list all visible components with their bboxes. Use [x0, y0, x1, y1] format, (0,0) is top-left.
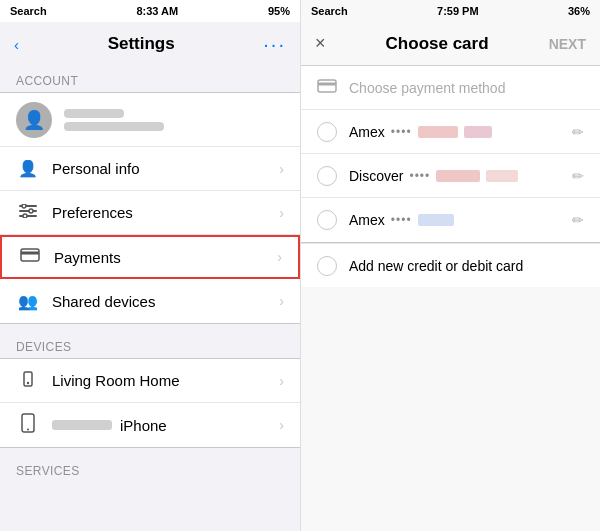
- card-item-discover[interactable]: Discover •••• ✏: [301, 154, 600, 198]
- spacer-2: [0, 448, 300, 456]
- card-name-discover: Discover: [349, 168, 403, 184]
- edit-amex-1[interactable]: ✏: [572, 124, 584, 140]
- radio-discover[interactable]: [317, 166, 337, 186]
- left-panel: Search 8:33 AM 95% ‹ Settings ··· Accoun…: [0, 0, 300, 531]
- shared-devices-label: Shared devices: [52, 293, 279, 310]
- payments-icon: [18, 248, 42, 266]
- iphone-icon: [16, 413, 40, 437]
- devices-group: Living Room Home › iPhone ›: [0, 358, 300, 448]
- iphone-chevron: ›: [279, 417, 284, 433]
- left-battery-text: 95%: [268, 5, 290, 17]
- left-status-bar: Search 8:33 AM 95%: [0, 0, 300, 22]
- more-button[interactable]: ···: [263, 33, 286, 56]
- card-list: Amex •••• ✏ Discover •••• ✏ Amex ••••: [301, 110, 600, 243]
- right-status-bar: Search 7:59 PM 36%: [301, 0, 600, 22]
- next-button[interactable]: NEXT: [549, 36, 586, 52]
- left-carrier: Search: [10, 5, 47, 17]
- back-button[interactable]: ‹: [14, 36, 19, 53]
- personal-info-chevron: ›: [279, 161, 284, 177]
- choose-card-title: Choose card: [386, 34, 489, 54]
- card-blur-amex-2: [418, 214, 454, 226]
- shared-devices-chevron: ›: [279, 293, 284, 309]
- right-nav-header: × Choose card NEXT: [301, 22, 600, 66]
- svg-rect-6: [21, 249, 39, 261]
- card-item-amex-1[interactable]: Amex •••• ✏: [301, 110, 600, 154]
- right-battery-text: 36%: [568, 5, 590, 17]
- account-email-blur: [64, 122, 164, 131]
- svg-rect-5: [23, 214, 27, 218]
- svg-rect-12: [318, 80, 336, 92]
- svg-point-11: [27, 429, 29, 431]
- svg-rect-3: [22, 204, 26, 208]
- spacer-1: [0, 324, 300, 332]
- payment-header-label: Choose payment method: [349, 80, 505, 96]
- living-room-icon: [16, 371, 40, 391]
- payment-header-icon: [317, 79, 337, 97]
- payments-chevron: ›: [277, 249, 282, 265]
- iphone-label: iPhone: [52, 417, 279, 434]
- preferences-icon: [16, 204, 40, 222]
- card-name-amex-1: Amex: [349, 124, 385, 140]
- living-room-chevron: ›: [279, 373, 284, 389]
- left-time: 8:33 AM: [136, 5, 178, 17]
- card-info-amex-1: Amex ••••: [349, 124, 572, 140]
- personal-info-icon: 👤: [16, 159, 40, 178]
- iphone-suffix: iPhone: [120, 417, 167, 434]
- account-group: 👤 👤 Personal info ›: [0, 92, 300, 324]
- payment-method-header: Choose payment method: [301, 66, 600, 110]
- living-room-label: Living Room Home: [52, 372, 279, 389]
- radio-add-card[interactable]: [317, 256, 337, 276]
- edit-amex-2[interactable]: ✏: [572, 212, 584, 228]
- payments-label: Payments: [54, 249, 277, 266]
- card-dots-amex-2: ••••: [391, 213, 412, 227]
- card-blur2-discover: [486, 170, 518, 182]
- card-item-amex-2[interactable]: Amex •••• ✏: [301, 198, 600, 242]
- close-button[interactable]: ×: [315, 33, 326, 54]
- devices-section-label: Devices: [0, 332, 300, 358]
- add-card-label: Add new credit or debit card: [349, 258, 523, 274]
- svg-rect-13: [318, 82, 336, 85]
- shared-devices-icon: 👥: [16, 292, 40, 311]
- card-info-discover: Discover ••••: [349, 168, 572, 184]
- left-nav-header: ‹ Settings ···: [0, 22, 300, 66]
- card-blur-discover: [436, 170, 480, 182]
- card-dots-discover: ••••: [409, 169, 430, 183]
- radio-amex-1[interactable]: [317, 122, 337, 142]
- card-blur2-amex-1: [464, 126, 492, 138]
- card-name-amex-2: Amex: [349, 212, 385, 228]
- preferences-label: Preferences: [52, 204, 279, 221]
- services-section-label: Services: [0, 456, 300, 482]
- account-section-label: Account: [0, 66, 300, 92]
- device-living-room[interactable]: Living Room Home ›: [0, 359, 300, 403]
- right-panel: Search 7:59 PM 36% × Choose card NEXT Ch…: [300, 0, 600, 531]
- menu-item-personal-info[interactable]: 👤 Personal info ›: [0, 147, 300, 191]
- edit-discover[interactable]: ✏: [572, 168, 584, 184]
- account-row[interactable]: 👤: [0, 93, 300, 147]
- right-carrier: Search: [311, 5, 348, 17]
- right-time: 7:59 PM: [437, 5, 479, 17]
- card-blur-amex-1: [418, 126, 458, 138]
- svg-rect-2: [19, 215, 37, 217]
- card-dots-amex-1: ••••: [391, 125, 412, 139]
- card-info-amex-2: Amex ••••: [349, 212, 572, 228]
- menu-item-shared-devices[interactable]: 👥 Shared devices ›: [0, 279, 300, 323]
- account-text-block: [64, 109, 164, 131]
- svg-rect-1: [19, 210, 37, 212]
- menu-item-payments[interactable]: Payments ›: [0, 235, 300, 279]
- iphone-name-blur: [52, 420, 112, 430]
- add-card-item[interactable]: Add new credit or debit card: [301, 243, 600, 287]
- settings-title: Settings: [108, 34, 175, 54]
- device-iphone[interactable]: iPhone ›: [0, 403, 300, 447]
- avatar: 👤: [16, 102, 52, 138]
- svg-point-9: [27, 381, 29, 383]
- svg-rect-4: [29, 209, 33, 213]
- account-name-blur: [64, 109, 124, 118]
- preferences-chevron: ›: [279, 205, 284, 221]
- personal-info-label: Personal info: [52, 160, 279, 177]
- svg-rect-7: [21, 252, 39, 255]
- radio-amex-2[interactable]: [317, 210, 337, 230]
- menu-item-preferences[interactable]: Preferences ›: [0, 191, 300, 235]
